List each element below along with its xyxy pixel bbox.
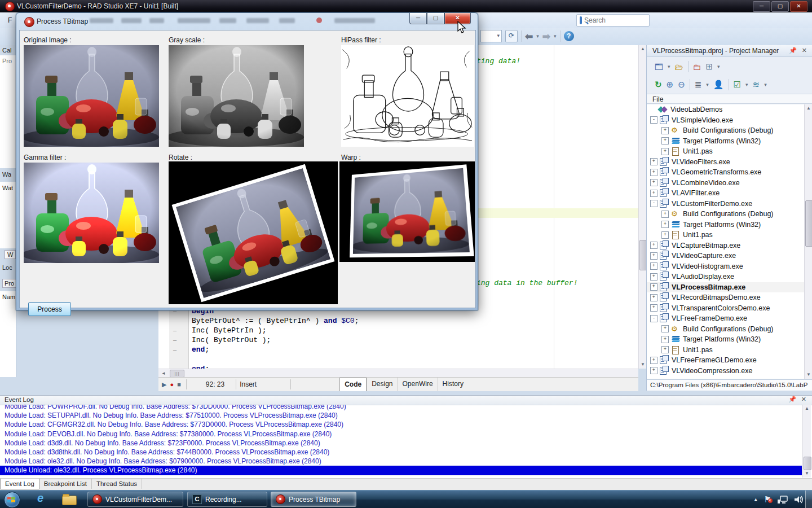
event-log-row[interactable]: Module Load: SETUPAPI.dll. No Debug Info… [0,411,802,420]
run-icon[interactable]: ▶ [162,381,166,388]
expand-icon[interactable]: + [650,190,657,197]
expand-icon[interactable]: + [661,231,669,239]
tree-item[interactable]: +VLVideoCompression.exe [647,366,805,376]
expand-icon[interactable]: + [661,137,669,144]
collapse-icon[interactable]: - [650,116,657,124]
tree-item[interactable]: +VLGeometricTransforms.exe [647,167,805,178]
expand-icon[interactable]: + [650,367,657,374]
dialog-minimize-button[interactable]: ─ [409,13,427,24]
build-group-icon[interactable]: 👤 [713,80,724,90]
tree-item[interactable]: +VLCaptureBitmap.exe [647,240,805,251]
action-center-icon[interactable]: ⚑✕ [764,494,771,505]
expand-icon[interactable]: + [650,179,657,186]
expand-icon[interactable]: + [650,242,657,249]
tree-item[interactable]: +Unit1.pas [647,146,805,157]
toolbar-combo[interactable] [480,30,502,42]
tree-item[interactable]: +VLFreeFrameGLDemo.exe [647,355,805,366]
dock-tab-event-log[interactable]: Event Log [0,479,39,489]
tree-item[interactable]: +VLTransparentColorsDemo.exe [647,303,805,314]
tree-item[interactable]: +VLCombineVideo.exe [647,178,805,189]
pm-vscrollbar[interactable]: ▲ ▼ [804,104,812,379]
tree-item[interactable]: +⚙Build Configurations (Debug) [647,324,805,335]
expand-icon[interactable]: + [650,283,657,291]
expand-icon[interactable]: + [661,336,669,343]
editor-tab-history[interactable]: History [438,378,468,391]
taskbar-button-process-tbitmap[interactable]: Process TBitmap [271,492,356,507]
close-button[interactable]: ✕ [790,1,807,12]
tree-item[interactable]: +⚙Build Configurations (Debug) [647,125,805,136]
dock-tab-breakpoint-list[interactable]: Breakpoint List [39,479,92,489]
add-folder-icon[interactable]: 🗁 [675,62,683,72]
collapse-all-icon[interactable]: ⊖ [678,80,685,90]
editor-tab-design[interactable]: Design [367,378,397,391]
tree-item[interactable]: +VLVideoFilters.exe [647,157,805,168]
back-dropdown-icon[interactable]: ▾ [536,33,539,39]
evlog-vscroll-thumb[interactable] [804,457,811,470]
event-log-vscrollbar[interactable]: ▲ ▼ [802,405,811,478]
expand-icon[interactable]: + [661,127,669,134]
process-button[interactable]: Process [28,302,71,316]
event-log-header[interactable]: Event Log 📌 ✕ [0,395,812,405]
editor-tab-code[interactable]: Code [339,378,367,391]
tree-item[interactable]: +Unit1.pas [647,230,805,240]
forward-dropdown-icon[interactable]: ▾ [554,33,557,39]
scroll-up-icon[interactable]: ▲ [639,45,647,53]
tree-item[interactable]: -VLSimpleVideo.exe [647,115,805,126]
network-icon[interactable] [777,495,788,504]
close-panel-icon[interactable]: ✕ [802,47,807,54]
forward-button[interactable]: ➡ [542,30,550,42]
proc-combo-fragment[interactable]: Pro [2,279,16,288]
help-button[interactable]: ? [564,31,574,41]
remove-folder-icon[interactable]: 🗀 [693,62,701,72]
sort-list-icon[interactable]: ≣ [695,80,702,90]
scroll-down-icon[interactable]: ▼ [639,361,647,369]
tree-item[interactable]: +VLVideoCapture.exe [647,251,805,261]
file-column-header[interactable]: File [647,94,812,104]
expand-icon[interactable]: + [650,169,657,176]
device-refresh-icon[interactable]: ⟳ [505,30,518,42]
event-log-row[interactable]: Module Load: POWRPROF.dll. No Debug Info… [0,405,802,411]
dock-tab-thread-status[interactable]: Thread Status [92,479,142,489]
editor-vscrollbar[interactable]: ▲ ▼ [638,45,647,369]
maximize-button[interactable]: ▢ [771,1,789,12]
tree-item[interactable]: VideoLabDemos [647,104,805,115]
editor-hscroll-thumb[interactable]: ||| [170,370,184,378]
expand-icon[interactable]: + [650,304,657,312]
expand-icon[interactable]: + [650,252,657,260]
platform-config-icon[interactable]: ≋ [753,80,760,90]
speaker-icon[interactable] [794,495,804,504]
tree-item[interactable]: +VLVideoHistogram.exe [647,261,805,272]
pm-vscroll-thumb[interactable] [805,200,812,247]
tree-item[interactable]: +⚙Build Configurations (Debug) [647,209,805,220]
event-log-row[interactable]: Module Load: d3d8thk.dll. No Debug Info.… [0,448,802,457]
expand-icon[interactable]: + [661,346,669,353]
expand-icon[interactable]: + [650,294,657,301]
scroll-left-icon[interactable]: ◄ [160,370,167,378]
expand-icon[interactable]: + [650,158,657,165]
start-button[interactable] [4,492,20,508]
activate-config-icon[interactable]: ☑ [734,80,741,90]
event-log-row[interactable]: Module Load: ole32.dll. No Debug Info. B… [0,457,802,466]
tree-item[interactable]: +Target Platforms (Win32) [647,136,805,147]
stop-icon[interactable]: ■ [177,381,181,388]
search-box[interactable] [576,14,650,27]
code-text[interactable]: begin BytePtrOut^ := ( BytePtrIn^ ) and … [192,306,359,369]
expand-icon[interactable]: + [650,357,657,364]
taskbar-button-recording[interactable]: CRecording... [187,492,267,507]
minimize-button[interactable]: ─ [753,1,770,12]
close-panel-icon[interactable]: ✕ [801,396,806,403]
tree-item[interactable]: +VLAVIFilter.exe [647,188,805,199]
tree-item[interactable]: +VLProcessBitmap.exe [647,282,805,293]
event-log-row[interactable]: Module Load: d3d9.dll. No Debug Info. Ba… [0,439,802,448]
collapse-icon[interactable]: - [650,200,657,207]
tree-item[interactable]: +Target Platforms (Win32) [647,220,805,230]
expand-all-icon[interactable]: ⊕ [667,80,674,90]
dialog-titlebar[interactable]: Process TBitmap ─ ▢ ✕ [16,13,478,30]
internet-explorer-icon[interactable]: e [37,492,43,505]
event-log-row[interactable]: Module Load: DEVOBJ.dll. No Debug Info. … [0,430,802,439]
watch-tab-fragment[interactable]: W [5,250,16,259]
file-menu-fragment[interactable]: F [8,16,12,24]
pin-icon[interactable]: 📌 [788,396,796,403]
tree-item[interactable]: -VLFreeFrameDemo.exe [647,313,805,324]
expand-icon[interactable]: + [661,325,669,332]
